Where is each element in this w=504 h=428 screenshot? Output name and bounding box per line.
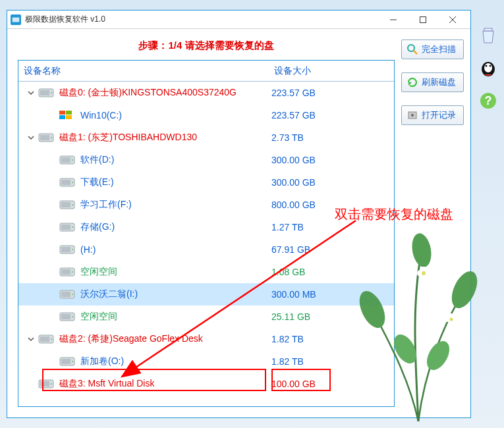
expand-toggle[interactable] bbox=[26, 334, 36, 344]
window-title: 极限数据恢复软件 v1.0 bbox=[25, 14, 378, 25]
svg-rect-0 bbox=[13, 17, 20, 22]
expand-toggle[interactable] bbox=[26, 133, 36, 142]
svg-rect-8 bbox=[59, 111, 65, 115]
expand-toggle bbox=[47, 245, 57, 254]
tree-row[interactable]: Win10(C:)223.57 GB bbox=[18, 104, 394, 126]
expand-toggle bbox=[47, 111, 57, 120]
svg-rect-52 bbox=[484, 28, 492, 31]
svg-rect-31 bbox=[61, 269, 70, 275]
disk-icon bbox=[38, 87, 54, 99]
close-button[interactable] bbox=[437, 11, 467, 29]
open-log-label: 打开记录 bbox=[422, 109, 456, 121]
refresh-disks-button[interactable]: 刷新磁盘 bbox=[401, 72, 464, 92]
svg-point-29 bbox=[72, 249, 73, 250]
row-size-text: 25.11 GB bbox=[269, 311, 394, 322]
svg-point-20 bbox=[72, 182, 73, 183]
svg-rect-10 bbox=[59, 115, 65, 119]
svg-point-32 bbox=[72, 271, 73, 273]
svg-point-14 bbox=[51, 137, 52, 138]
full-scan-button[interactable]: 完全扫描 bbox=[401, 40, 464, 59]
tree-row[interactable]: 沃尔沃二翁(I:)300.00 MB bbox=[18, 283, 394, 306]
tree-row[interactable]: 磁盘1: (东芝)TOSHIBAHDWD1302.73 TB bbox=[18, 126, 394, 149]
row-size-text: 1.82 TB bbox=[269, 334, 394, 344]
row-size-text: 223.57 GB bbox=[269, 88, 394, 98]
row-name-text: 磁盘2: (希捷)Seagate GoFlex Desk bbox=[59, 333, 203, 345]
svg-rect-25 bbox=[61, 225, 70, 230]
svg-point-35 bbox=[72, 294, 73, 295]
refresh-icon bbox=[406, 76, 419, 89]
step-header: 步骤：1/4 请选择需要恢复的盘 bbox=[18, 40, 395, 52]
minimize-button[interactable] bbox=[378, 11, 408, 29]
expand-toggle bbox=[26, 379, 36, 388]
disk-icon bbox=[59, 356, 75, 367]
svg-rect-19 bbox=[61, 180, 70, 185]
row-size-text: 1.27 TB bbox=[269, 222, 394, 232]
expand-toggle bbox=[47, 267, 57, 277]
tree-row[interactable]: 磁盘3: Msft Virtual Disk100.00 GB bbox=[18, 373, 394, 395]
help-icon[interactable]: ? bbox=[476, 89, 500, 113]
disk-icon bbox=[59, 311, 75, 323]
tree-row[interactable]: 软件(D:)300.00 GB bbox=[18, 149, 394, 171]
row-name-text: 沃尔沃二翁(I:) bbox=[80, 288, 138, 300]
row-size-text: 2.73 TB bbox=[269, 132, 394, 143]
full-scan-label: 完全扫描 bbox=[422, 43, 456, 55]
open-log-button[interactable]: 打开记录 bbox=[401, 105, 464, 125]
expand-toggle bbox=[47, 178, 57, 187]
tree-row[interactable]: 磁盘0: (金士顿)KINGSTONSA400S37240G223.57 GB bbox=[18, 82, 394, 104]
svg-point-41 bbox=[51, 338, 52, 340]
disk-icon bbox=[59, 266, 75, 278]
disk-icon bbox=[59, 244, 75, 255]
side-panel: 完全扫描 刷新磁盘 打开记录 bbox=[395, 29, 470, 417]
row-size-text: 300.00 GB bbox=[269, 155, 394, 165]
row-size-text: 1.82 TB bbox=[269, 356, 394, 367]
qq-icon[interactable] bbox=[476, 56, 500, 80]
svg-point-56 bbox=[490, 65, 491, 67]
svg-point-55 bbox=[486, 65, 488, 67]
tree-row[interactable]: 新加卷(O:)1.82 TB bbox=[18, 350, 394, 373]
row-size-text: 67.91 GB bbox=[269, 244, 394, 255]
svg-rect-46 bbox=[40, 381, 49, 387]
tree-row[interactable]: 空闲空间1.08 GB bbox=[18, 261, 394, 283]
svg-rect-34 bbox=[61, 292, 70, 297]
row-name-text: Win10(C:) bbox=[80, 110, 122, 120]
column-header-size[interactable]: 设备大小 bbox=[269, 61, 394, 81]
tree-row[interactable]: 磁盘2: (希捷)Seagate GoFlex Desk1.82 TB bbox=[18, 328, 394, 350]
row-name-text: 空闲空间 bbox=[80, 266, 117, 278]
row-name-text: 软件(D:) bbox=[80, 154, 114, 166]
svg-rect-43 bbox=[61, 359, 70, 364]
svg-rect-2 bbox=[420, 16, 426, 22]
svg-point-54 bbox=[484, 63, 492, 72]
device-tree: 设备名称 设备大小 磁盘0: (金士顿)KINGSTONSA400S37240G… bbox=[18, 60, 395, 407]
column-header-name[interactable]: 设备名称 bbox=[18, 61, 269, 81]
maximize-button[interactable] bbox=[408, 11, 437, 29]
row-name-text: 空闲空间 bbox=[80, 311, 117, 323]
refresh-disks-label: 刷新磁盘 bbox=[422, 76, 456, 88]
svg-rect-6 bbox=[40, 90, 49, 95]
app-icon bbox=[11, 14, 21, 25]
row-size-text: 300.00 GB bbox=[269, 177, 394, 188]
svg-point-7 bbox=[51, 92, 52, 94]
disk-icon bbox=[59, 288, 75, 300]
row-name-text: 学习工作(F:) bbox=[80, 199, 132, 211]
row-name-text: 磁盘3: Msft Virtual Disk bbox=[59, 378, 154, 390]
expand-toggle[interactable] bbox=[26, 88, 36, 97]
expand-toggle bbox=[47, 312, 57, 321]
disk-icon bbox=[38, 333, 54, 345]
row-name-text: 新加卷(O:) bbox=[80, 356, 124, 367]
svg-rect-40 bbox=[40, 336, 49, 342]
row-size-text: 100.00 GB bbox=[269, 379, 394, 389]
expand-toggle bbox=[47, 357, 57, 366]
row-name-text: (H:) bbox=[80, 244, 96, 255]
disk-icon bbox=[38, 132, 54, 144]
titlebar[interactable]: 极限数据恢复软件 v1.0 bbox=[7, 11, 470, 29]
row-name-text: 磁盘1: (东芝)TOSHIBAHDWD130 bbox=[59, 132, 197, 144]
tree-row[interactable]: 空闲空间25.11 GB bbox=[18, 306, 394, 328]
tree-row[interactable]: 下载(E:)300.00 GB bbox=[18, 171, 394, 194]
tree-header: 设备名称 设备大小 bbox=[18, 61, 394, 82]
svg-rect-37 bbox=[61, 314, 70, 319]
recycle-bin-icon[interactable] bbox=[476, 23, 500, 47]
row-name-text: 磁盘0: (金士顿)KINGSTONSA400S37240G bbox=[59, 87, 237, 99]
tree-row[interactable]: (H:)67.91 GB bbox=[18, 238, 394, 261]
search-icon bbox=[406, 43, 419, 56]
disk-icon bbox=[59, 199, 75, 211]
